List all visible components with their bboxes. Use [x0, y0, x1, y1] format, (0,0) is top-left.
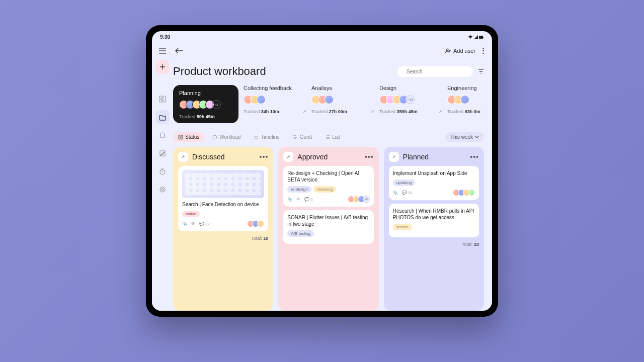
- stage-analysis[interactable]: Analisys Tracked 27h 00m↗: [311, 85, 374, 123]
- svg-rect-1: [483, 37, 484, 38]
- card-title: Implement Unsplash on App Side: [393, 170, 475, 176]
- stage-tracked: Tracked 359h 45m↗: [379, 109, 442, 114]
- list-icon: [325, 135, 330, 140]
- tab-timeline[interactable]: Timeline: [249, 132, 284, 142]
- stage-design[interactable]: Design +12 Tracked 359h 45m↗: [379, 85, 442, 123]
- attachment-icon: 📎: [287, 197, 292, 202]
- expand-icon[interactable]: ↗: [370, 109, 374, 114]
- task-card[interactable]: Research | When RMBR pulls in API PHOTOS…: [389, 204, 479, 237]
- eye-icon: 👁: [296, 197, 300, 202]
- tag: re-design: [287, 186, 311, 193]
- menu-button[interactable]: [155, 44, 170, 58]
- card-avatars: [249, 220, 264, 227]
- tag: checking: [313, 186, 337, 193]
- comments-count: 💬 18: [402, 191, 413, 195]
- stage-title: Collecting feedback: [244, 85, 306, 91]
- avatar: [468, 189, 475, 196]
- card-title: Re-design + Checking | Open AI BETA vers…: [287, 170, 369, 183]
- tab-gantt[interactable]: Gantt: [288, 132, 317, 142]
- card-title: SONAR | Flutter Issues | A/B testing in …: [287, 214, 369, 227]
- nav-folder[interactable]: [155, 110, 170, 124]
- task-card[interactable]: Search | Face Detection on device active…: [178, 166, 268, 231]
- stage-avatars: [311, 95, 374, 104]
- board-header: ↗ Planned •••: [389, 152, 479, 162]
- app-body: Add user Product workboard: [152, 41, 492, 311]
- search-box[interactable]: [397, 66, 473, 77]
- stopwatch-icon: [159, 168, 166, 175]
- expand-icon[interactable]: ↗: [283, 152, 293, 162]
- avatar-more: +12: [406, 95, 415, 104]
- board-approved: ↗ Approved ••• Re-design + Checking | Op…: [278, 147, 378, 311]
- stage-title: Design: [379, 85, 442, 91]
- stage-tracked: Tracked 59h 45m: [179, 114, 232, 119]
- card-thumbnail: [182, 170, 264, 198]
- page-title: Product workboard: [173, 65, 266, 78]
- sidebar: [152, 41, 173, 311]
- chevron-down-icon: [475, 136, 479, 138]
- board-more-button[interactable]: •••: [470, 153, 479, 161]
- stage-avatars: +4: [179, 100, 232, 109]
- stage-title: Analisys: [311, 85, 374, 91]
- main-content: Add user Product workboard: [173, 41, 492, 311]
- nav-settings[interactable]: [155, 183, 170, 197]
- tab-list[interactable]: List: [320, 132, 345, 142]
- task-card[interactable]: Implement Unsplash on App Side updating …: [389, 166, 479, 200]
- screen: 9:30: [152, 31, 492, 311]
- tab-workload[interactable]: Workload: [207, 132, 246, 142]
- add-button[interactable]: [155, 60, 170, 74]
- board-total: Total: 18: [178, 235, 268, 241]
- stage-feedback[interactable]: Collecting feedback Tracked 34h 10m↗: [244, 85, 306, 123]
- board-header: ↗ Discussed •••: [178, 152, 268, 162]
- tag: search: [393, 224, 412, 230]
- search-input[interactable]: [407, 69, 470, 74]
- stage-planning[interactable]: Planning +4 Tracked 59h 45m: [173, 85, 238, 123]
- comments-count: 💬 22: [199, 222, 210, 226]
- stage-avatars: [244, 95, 306, 104]
- add-user-label: Add user: [453, 48, 475, 54]
- tablet-frame: 9:30: [146, 25, 498, 317]
- svg-point-15: [213, 135, 217, 139]
- add-user-button[interactable]: Add user: [445, 48, 475, 54]
- stage-engineering[interactable]: Engineering Tracked 93h 0m: [447, 85, 484, 123]
- card-meta: 📎 👁 💬 22: [182, 222, 210, 226]
- task-card[interactable]: Re-design + Checking | Open AI BETA vers…: [283, 166, 373, 207]
- expand-icon[interactable]: ↗: [302, 109, 306, 114]
- svg-rect-0: [479, 36, 483, 39]
- tag: active: [182, 211, 200, 217]
- expand-icon[interactable]: ↗: [438, 109, 442, 114]
- status-icons: [468, 34, 484, 40]
- nav-dashboard[interactable]: [155, 92, 170, 106]
- comments-count: 💬 3: [304, 197, 312, 202]
- filter-button[interactable]: [478, 68, 484, 74]
- grid-icon: [159, 96, 166, 103]
- board-more-button[interactable]: •••: [365, 153, 374, 161]
- status-time: 9:30: [160, 34, 170, 40]
- svg-point-7: [162, 189, 164, 191]
- board-more-button[interactable]: •••: [260, 153, 269, 161]
- nav-edit[interactable]: [155, 146, 170, 160]
- expand-icon[interactable]: ↗: [389, 152, 399, 162]
- more-button[interactable]: [482, 47, 484, 54]
- nav-notifications[interactable]: [155, 128, 170, 142]
- nav-timer[interactable]: [155, 164, 170, 178]
- tag: updating: [393, 179, 416, 186]
- board-discussed: ↗ Discussed ••• Search | Face Detection …: [173, 147, 273, 311]
- card-avatars: +2: [350, 196, 370, 203]
- expand-icon[interactable]: ↗: [178, 152, 188, 162]
- tab-status[interactable]: Status: [173, 132, 204, 142]
- topbar: Add user: [173, 44, 484, 62]
- svg-point-9: [482, 48, 484, 49]
- svg-rect-13: [179, 135, 180, 139]
- avatar-more: +2: [363, 196, 370, 203]
- week-filter[interactable]: This week: [445, 132, 484, 142]
- arrow-left-icon: [175, 48, 183, 54]
- eye-icon: 👁: [191, 222, 195, 226]
- task-card[interactable]: SONAR | Flutter Issues | A/B testing in …: [283, 210, 373, 244]
- top-actions: Add user: [445, 47, 484, 54]
- attachment-icon: 📎: [393, 191, 398, 195]
- svg-rect-14: [181, 135, 183, 139]
- battery-icon: [479, 35, 484, 39]
- back-button[interactable]: [173, 45, 185, 57]
- svg-rect-4: [159, 100, 162, 102]
- avatar: [325, 95, 334, 104]
